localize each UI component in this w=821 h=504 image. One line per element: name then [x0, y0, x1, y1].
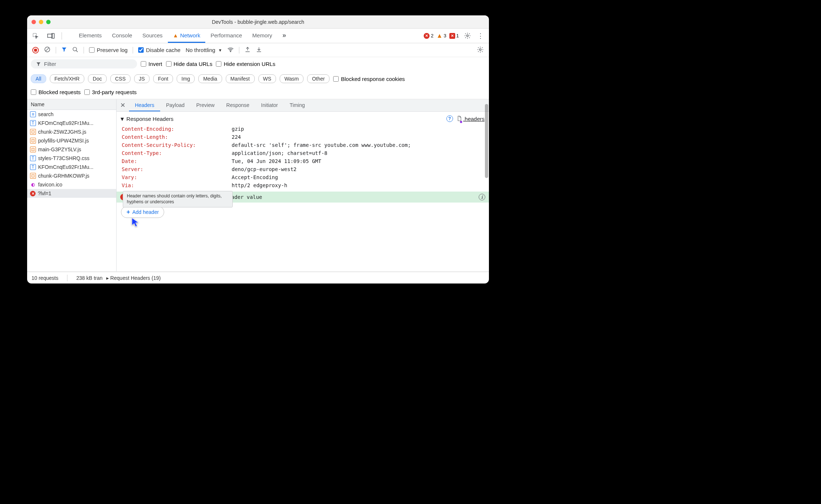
plus-icon: +	[126, 208, 130, 216]
chip-img[interactable]: Img	[177, 74, 195, 83]
chip-media[interactable]: Media	[198, 74, 222, 83]
response-headers-section[interactable]: ▼Response Headers ? .headers	[117, 112, 489, 124]
tab-sources[interactable]: Sources	[137, 29, 168, 43]
requests-list: ≡searchTKFOmCnqEu92Fr1Mu...⊡chunk-Z5WZJG…	[27, 110, 116, 271]
disable-cache-checkbox[interactable]: Disable cache	[138, 47, 180, 53]
tab-console[interactable]: Console	[107, 29, 137, 43]
hide-data-urls-checkbox[interactable]: Hide data URLs	[166, 61, 213, 67]
chip-wasm[interactable]: Wasm	[280, 74, 303, 83]
preserve-log-checkbox[interactable]: Preserve log	[89, 47, 128, 53]
inspect-element-icon[interactable]	[31, 29, 40, 43]
headers-file-link[interactable]: .headers	[457, 116, 485, 122]
tab-performance[interactable]: Performance	[205, 29, 247, 43]
settings-gear-icon[interactable]	[463, 32, 472, 39]
dtab-response[interactable]: Response	[220, 99, 255, 111]
search-icon[interactable]	[72, 47, 78, 54]
request-row[interactable]: TKFOmCnqEu92Fr1Mu...	[27, 119, 116, 127]
dtab-preview[interactable]: Preview	[191, 99, 221, 111]
details-tabs: ✕ Headers Payload Preview Response Initi…	[117, 99, 489, 112]
clear-button[interactable]	[44, 46, 51, 54]
window-minimize-button[interactable]	[39, 20, 43, 24]
record-button[interactable]	[32, 47, 39, 53]
network-settings-gear-icon[interactable]	[477, 46, 484, 54]
status-bar: 10 requests 238 kB tran ▸ Request Header…	[27, 272, 489, 284]
expand-arrow-icon[interactable]: ▸	[106, 275, 109, 281]
request-row[interactable]: ⊡chunk-Z5WZJGHS.js	[27, 127, 116, 136]
chip-doc[interactable]: Doc	[88, 74, 107, 83]
svg-point-3	[467, 35, 468, 37]
request-row[interactable]: ≡search	[27, 110, 116, 119]
svg-line-7	[76, 50, 78, 52]
more-tabs-button[interactable]: »	[277, 29, 291, 43]
request-row[interactable]: ✕?lvl=1	[27, 189, 116, 198]
scrollbar[interactable]	[484, 99, 489, 271]
request-row[interactable]: ◐favicon.ico	[27, 180, 116, 189]
third-party-checkbox[interactable]: 3rd-party requests	[84, 89, 137, 95]
window-maximize-button[interactable]	[46, 20, 51, 24]
tab-network[interactable]: ▲ Network	[168, 29, 206, 43]
validation-tooltip: Header names should contain only letters…	[123, 191, 233, 207]
blocked-cookies-checkbox[interactable]: Blocked response cookies	[333, 76, 405, 82]
chip-ws[interactable]: WS	[258, 74, 276, 83]
override-dot-icon	[460, 121, 462, 123]
chip-js[interactable]: JS	[134, 74, 150, 83]
blocked-requests-checkbox[interactable]: Blocked requests	[31, 89, 81, 95]
svg-point-6	[73, 47, 77, 51]
requests-pane: Name ≡searchTKFOmCnqEu92Fr1Mu...⊡chunk-Z…	[27, 99, 117, 271]
close-details-button[interactable]: ✕	[117, 99, 129, 111]
filters-row: Filter Invert Hide data URLs Hide extens…	[27, 57, 489, 99]
titlebar: DevTools - bubble-jingle.web.app/search	[27, 15, 489, 29]
window-title: DevTools - bubble-jingle.web.app/search	[27, 19, 489, 25]
panel-tabs: Elements Console Sources ▲ Network Perfo…	[74, 29, 291, 43]
request-row[interactable]: ⊡chunk-GRHMKOWP.js	[27, 171, 116, 180]
issues-icon: ✕	[449, 33, 455, 39]
request-row[interactable]: ⊡polyfills-UPW4ZMSI.js	[27, 136, 116, 145]
svg-point-9	[479, 49, 481, 51]
filter-input[interactable]: Filter	[31, 59, 137, 68]
help-icon[interactable]: ?	[446, 115, 453, 122]
header-row: Content-Length:224	[117, 133, 489, 141]
dtab-headers[interactable]: Headers	[129, 99, 160, 111]
request-row[interactable]: TKFOmCnqEu92Fr1Mu...	[27, 163, 116, 171]
request-count: 10 requests	[32, 275, 58, 281]
header-row: Content-Type:application/json; charset=u…	[117, 149, 489, 157]
tab-memory[interactable]: Memory	[247, 29, 277, 43]
throttling-select[interactable]: No throttling ▼	[185, 47, 222, 53]
header-row: Date:Tue, 04 Jun 2024 11:09:05 GMT	[117, 157, 489, 165]
request-headers-section[interactable]: Request Headers (19)	[110, 275, 161, 281]
tab-elements[interactable]: Elements	[74, 29, 107, 43]
collapse-arrow-icon: ▼	[119, 116, 125, 122]
invert-checkbox[interactable]: Invert	[141, 61, 162, 67]
upload-har-icon[interactable]	[244, 47, 251, 54]
main-tabstrip: Elements Console Sources ▲ Network Perfo…	[27, 29, 489, 43]
chip-manifest[interactable]: Manifest	[226, 74, 255, 83]
svg-line-5	[46, 48, 49, 51]
console-error-counts[interactable]: ✕2 ▲3 ✕1	[424, 32, 459, 40]
window-controls	[32, 20, 51, 24]
window-close-button[interactable]	[32, 20, 36, 24]
mouse-cursor-icon	[131, 217, 141, 229]
request-row[interactable]: ⊡main-G3PZY5LV.js	[27, 145, 116, 154]
network-conditions-icon[interactable]	[227, 46, 234, 54]
response-headers-table: Content-Encoding:gzipContent-Length:224C…	[117, 124, 489, 192]
chip-all[interactable]: All	[31, 74, 46, 83]
scrollbar-thumb[interactable]	[485, 104, 488, 178]
dtab-timing[interactable]: Timing	[284, 99, 311, 111]
error-icon: ✕	[424, 33, 430, 39]
download-har-icon[interactable]	[256, 47, 262, 54]
kebab-menu-icon[interactable]: ⋮	[476, 32, 485, 40]
warning-triangle-icon: ▲	[173, 32, 178, 38]
filter-funnel-icon[interactable]	[61, 47, 67, 53]
hide-extension-urls-checkbox[interactable]: Hide extension URLs	[216, 61, 275, 67]
dtab-payload[interactable]: Payload	[160, 99, 191, 111]
add-header-button[interactable]: + Add header	[121, 206, 164, 218]
device-toolbar-icon[interactable]	[46, 29, 56, 43]
chip-css[interactable]: CSS	[110, 74, 130, 83]
name-column-header[interactable]: Name	[27, 99, 116, 110]
chip-font[interactable]: Font	[153, 74, 173, 83]
network-toolbar: Preserve log Disable cache No throttling…	[27, 43, 489, 57]
chip-other[interactable]: Other	[307, 74, 329, 83]
chip-fetch-xhr[interactable]: Fetch/XHR	[50, 74, 84, 83]
dtab-initiator[interactable]: Initiator	[255, 99, 284, 111]
request-row[interactable]: Tstyles-T73CSHRQ.css	[27, 154, 116, 163]
